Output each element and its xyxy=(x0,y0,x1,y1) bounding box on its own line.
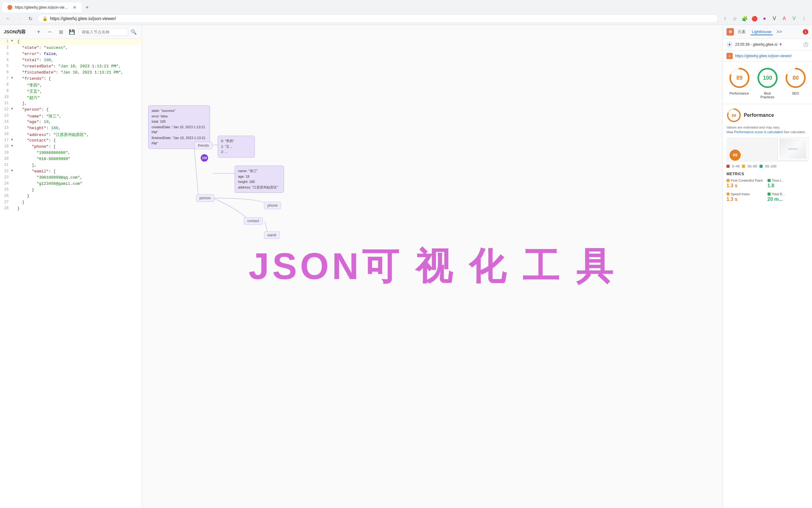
json-line-8: 8 "李四", xyxy=(0,82,142,88)
svg-text:89: 89 xyxy=(732,113,736,118)
line-content-10: "赵六" xyxy=(16,95,142,100)
perf-title: Performance xyxy=(744,113,808,118)
line-num-11: 11 xyxy=(0,101,11,105)
person-height: height: 180 xyxy=(238,179,281,185)
expand-1[interactable]: ▼ xyxy=(11,39,16,43)
perf-calc-link[interactable]: How Performance score is calculated xyxy=(726,130,783,134)
score-overlay: 89 xyxy=(729,150,741,161)
add-node-button[interactable]: + xyxy=(34,28,43,36)
metric-tt-name: Time t... xyxy=(768,179,809,182)
line-num-14: 14 xyxy=(0,120,11,124)
search-button[interactable]: 🔍 xyxy=(129,28,138,36)
line-num-8: 8 xyxy=(0,83,11,87)
contact-node[interactable]: contact xyxy=(244,217,263,225)
extensions-icon-2[interactable]: 🔴 xyxy=(750,14,759,23)
refresh-button[interactable]: ↻ xyxy=(26,14,35,23)
expand-7[interactable]: ▼ xyxy=(11,76,16,80)
lighthouse-panel: ⚙ 元素 Lighthouse >> 1 + 23:55:39 - giteef… xyxy=(722,25,812,508)
line-num-24: 24 xyxy=(0,181,11,186)
mindmap-connections xyxy=(142,25,722,508)
extensions-icon-3[interactable]: ● xyxy=(760,14,769,23)
tab-close[interactable]: ✕ xyxy=(73,5,77,10)
eamil-node[interactable]: eamil xyxy=(264,231,280,239)
line-content-26: } xyxy=(16,194,142,198)
friends-node[interactable]: friends xyxy=(194,142,212,149)
line-content-27: } xyxy=(16,200,142,205)
line-num-23: 23 xyxy=(0,175,11,179)
tab-lighthouse[interactable]: Lighthouse xyxy=(751,29,773,35)
lighthouse-url[interactable]: https://giteefxj.gitee.io/json-viewer/ xyxy=(735,54,808,58)
line-num-15: 15 xyxy=(0,126,11,130)
metric-tt-value: 1.8 xyxy=(768,183,809,188)
watermark-text: JSON可 视 化 工 具 xyxy=(248,241,616,292)
json-line-1: 1 ▼ { xyxy=(0,39,142,45)
performance-detail: 89 Performance Values are estimated and … xyxy=(723,104,812,508)
node-search-input[interactable] xyxy=(79,28,128,36)
line-content-2: "state": "success", xyxy=(16,45,142,50)
performance-circle: 89 xyxy=(728,67,751,89)
share-icon[interactable]: ↑ xyxy=(721,14,729,23)
address-box[interactable]: 🔒 https://giteefxj.gitee.io/json-viewer/ xyxy=(37,14,718,23)
json-line-20: 20 "010-88889999" xyxy=(0,156,142,163)
session-dropdown[interactable]: ▼ xyxy=(779,42,782,47)
line-content-19: "19988886666", xyxy=(16,151,142,155)
tab-bar: https://giteefxj.gitee.io/json-viewer/ ✕… xyxy=(0,0,812,12)
friends-item-0: 0: "李四" xyxy=(221,138,251,144)
json-toolbar: JSON内容 + − ⊞ 💾 🔍 xyxy=(0,25,142,39)
expand-all-button[interactable]: ⊞ xyxy=(56,28,65,36)
back-button[interactable]: ← xyxy=(4,14,12,23)
lighthouse-favicon: ⚡ xyxy=(726,53,733,59)
extensions-icon-4[interactable]: V xyxy=(770,14,779,23)
line-num-26: 26 xyxy=(0,194,11,198)
line-content-9: "王五", xyxy=(16,89,142,94)
root-card-line-3: total: 100 xyxy=(152,119,206,125)
json-line-3: 3 "error": false, xyxy=(0,51,142,57)
expand-12[interactable]: ▼ xyxy=(11,107,16,111)
menu-icon[interactable]: ⋮ xyxy=(800,14,808,23)
metric-time-t: Time t... 1.8 xyxy=(768,179,809,188)
line-num-18: 18 xyxy=(0,144,11,149)
json-line-25: 25 } xyxy=(0,187,142,194)
legend-90-100-label: 90–100 xyxy=(765,164,776,168)
json-line-23: 23 "300100999@qq.com", xyxy=(0,175,142,181)
metric-tbt-name: Total B... xyxy=(768,192,809,196)
extensions-icon-5[interactable]: A xyxy=(780,14,789,23)
expand-22[interactable]: ▼ xyxy=(11,169,16,172)
expand-18[interactable]: ▼ xyxy=(11,144,16,148)
url-text: https://giteefxj.gitee.io/json-viewer/ xyxy=(50,16,713,21)
json-line-18: 18 ▼ "phone": [ xyxy=(0,144,142,150)
expand-17[interactable]: ▼ xyxy=(11,138,16,141)
perf-note: Values are estimated and may vary. How P… xyxy=(726,125,808,135)
root-card-line-4: createdDate: "Jan 10, 2023 1:13:21 PM" xyxy=(152,125,206,135)
json-line-12: 12 ▼ "person": { xyxy=(0,107,142,113)
line-content-20: "010-88889999" xyxy=(16,157,142,161)
line-num-19: 19 xyxy=(0,151,11,155)
phone-node[interactable]: phone xyxy=(264,202,281,209)
svg-text:80: 80 xyxy=(792,75,799,81)
tabs-overflow[interactable]: >> xyxy=(776,29,782,35)
bookmark-icon[interactable]: ☆ xyxy=(730,14,739,23)
json-line-27: 27 } xyxy=(0,200,142,206)
forward-button[interactable]: → xyxy=(15,14,23,23)
extensions-icon-6[interactable]: V xyxy=(790,14,799,23)
line-num-7: 7 xyxy=(0,76,11,81)
person-node[interactable]: person xyxy=(196,194,214,202)
line-content-22: "eamil": [ xyxy=(16,169,142,174)
new-session-button[interactable]: + xyxy=(726,41,733,48)
metric-si-name: Speed Index xyxy=(726,192,768,196)
line-content-7: "friends": [ xyxy=(16,76,142,81)
tab-elements[interactable]: 元素 xyxy=(736,29,747,35)
metric-tbt: Total B... 20 m... xyxy=(768,192,809,202)
line-num-25: 25 xyxy=(0,187,11,192)
extensions-icon-1[interactable]: 🧩 xyxy=(741,14,749,23)
friends-card: 0: "李四" 1: "王... 2: ... xyxy=(218,136,255,158)
metrics-row-2: Speed Index 1.3 s Total B... 20 m... xyxy=(726,192,808,202)
json-line-19: 19 "19988886666", xyxy=(0,150,142,156)
line-content-15: "height": 180, xyxy=(16,126,142,130)
new-tab-button[interactable]: + xyxy=(83,3,91,12)
browser-tab[interactable]: https://giteefxj.gitee.io/json-viewer/ ✕ xyxy=(2,2,82,12)
legend-90-100-dot xyxy=(760,165,763,168)
line-content-23: "300100999@qq.com", xyxy=(16,175,142,180)
remove-node-button[interactable]: − xyxy=(45,28,54,36)
save-button[interactable]: 💾 xyxy=(67,28,76,36)
